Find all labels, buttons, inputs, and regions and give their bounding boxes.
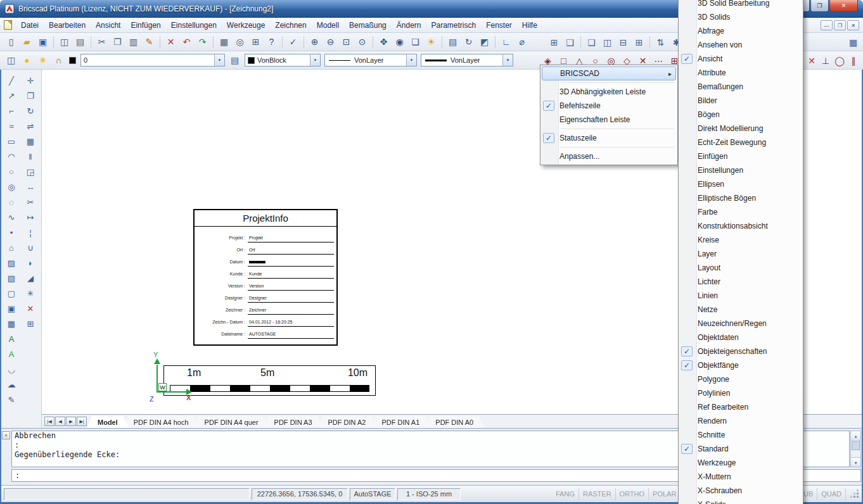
submenu-item[interactable]: 3D Solids (680, 10, 802, 24)
freehand-icon[interactable]: ≈ (4, 119, 19, 133)
submenu-item[interactable]: Linien (680, 289, 802, 303)
copy-icon[interactable]: ❐ (23, 89, 38, 103)
named-views-icon[interactable]: ❏ (407, 35, 423, 49)
distance-icon[interactable]: ⌀ (514, 35, 530, 49)
layer-select[interactable]: 0 (80, 54, 225, 66)
erase-icon[interactable]: ✕ (23, 301, 38, 315)
boundary-icon[interactable]: ▢ (4, 286, 19, 300)
color-select[interactable]: VonBlock (245, 54, 321, 66)
menu-item[interactable]: Einfügen (125, 19, 165, 32)
maximize-button[interactable]: ❐ (810, 0, 829, 12)
sketch-icon[interactable]: ✎ (4, 393, 19, 406)
submenu-item[interactable]: Direkt Modellierung (680, 122, 802, 135)
menu-item[interactable]: Modell (312, 19, 344, 32)
offset-icon[interactable]: ‖ (23, 149, 38, 163)
menu-item[interactable]: Zeichnen (270, 19, 311, 32)
paste-icon[interactable]: ▥ (125, 35, 141, 49)
context-menu-item[interactable]: Befehlszeile (542, 99, 676, 113)
submenu-item[interactable]: Polylinien (680, 386, 802, 400)
status-toggle[interactable]: QUAD (817, 488, 846, 500)
arc-3point-icon[interactable]: ◡ (4, 362, 19, 376)
submenu-item[interactable]: Objekteigenschaften (680, 344, 802, 358)
submenu-item[interactable]: Bilder (680, 94, 802, 108)
submenu-item[interactable]: Layout (680, 261, 802, 275)
join-icon[interactable]: ∪ (23, 241, 38, 255)
viewports-icon[interactable]: ⊞ (546, 35, 562, 49)
explode-icon[interactable]: ✳ (23, 286, 38, 300)
context-menu-item[interactable]: 3D Abhängigkeiten Leiste (542, 85, 676, 99)
layer-lock-icon[interactable]: ∩ (51, 53, 67, 68)
zoom-window-icon[interactable]: ⊡ (338, 35, 354, 49)
layout-tab[interactable]: PDF DIN A2 (317, 416, 377, 428)
context-menu-item[interactable]: Anpassen... (542, 149, 676, 163)
layout-tab[interactable]: PDF DIN A0 (425, 416, 484, 428)
submenu-item[interactable]: Werkzeuge (680, 456, 802, 470)
submenu-item[interactable]: Polygone (680, 372, 802, 386)
submenu-item[interactable]: Bögen (680, 108, 802, 122)
stretch-icon[interactable]: ↔ (23, 180, 38, 194)
submenu-item[interactable]: Rendern (680, 414, 802, 428)
explore-layers-icon[interactable]: ◫ (3, 53, 19, 68)
snap-perpendicular-icon[interactable]: ⊥ (819, 53, 833, 68)
submenu-item[interactable]: Layer (680, 247, 802, 261)
layer-manager-icon[interactable]: ▤ (227, 53, 243, 68)
submenu-item[interactable]: Ellipsen (680, 177, 802, 191)
trim-icon[interactable]: ✂ (23, 195, 38, 209)
layout-tab[interactable]: PDF DIN A4 quer (194, 416, 269, 428)
mdi-restore-button[interactable]: ❐ (834, 20, 846, 30)
dropdown-arrow-icon[interactable] (502, 54, 513, 66)
arc-icon[interactable]: ◠ (4, 149, 19, 163)
undo-icon[interactable]: ↶ (179, 35, 195, 49)
submenu-item[interactable]: X-Muttern (680, 470, 802, 484)
layout-tab[interactable]: Model (87, 416, 129, 428)
text-icon[interactable]: A (4, 332, 19, 346)
submenu-item[interactable]: Ansicht (680, 52, 802, 66)
menu-item[interactable]: Datei (16, 19, 44, 32)
ucs-icon[interactable]: ∟ (498, 35, 514, 49)
coordinates-display[interactable]: 22726.3656, 17536.5345, 0 (252, 488, 348, 500)
rectangle-icon[interactable]: ▭ (4, 134, 19, 148)
command-scrollbar[interactable]: ▲ ▼ (850, 431, 861, 467)
resize-grip[interactable] (850, 489, 859, 498)
revision-cloud-icon[interactable]: ☁ (4, 377, 19, 391)
mtext-icon[interactable]: A (4, 347, 19, 361)
submenu-item[interactable]: 3D Solid Bearbeitung (680, 0, 802, 10)
scroll-down-icon[interactable]: ▼ (851, 457, 860, 467)
fillet-icon[interactable]: ◗ (23, 256, 38, 270)
realtime-view-icon[interactable]: ◉ (392, 35, 407, 49)
dropdown-arrow-icon[interactable] (310, 54, 320, 66)
submenu-item[interactable]: X-Schrauben (680, 484, 802, 498)
mdi-minimize-button[interactable]: — (821, 20, 833, 30)
rotate-icon[interactable]: ↻ (23, 104, 38, 118)
circle-icon[interactable]: ○ (4, 165, 19, 179)
new-file-icon[interactable]: ▯ (3, 35, 19, 49)
layer-freeze-icon[interactable]: ✳ (35, 53, 51, 68)
menu-item[interactable]: Parametrisch (426, 19, 481, 32)
layer-on-icon[interactable]: ● (19, 53, 35, 68)
delete-icon[interactable]: ✕ (163, 35, 179, 49)
status-toggle[interactable]: RASTER (579, 488, 616, 500)
chamfer-icon[interactable]: ◢ (23, 271, 38, 285)
status-toggle[interactable]: POLAR (649, 488, 681, 500)
viewport-four-icon[interactable]: ⊞ (631, 35, 647, 49)
menu-item[interactable]: Bearbeiten (44, 19, 91, 32)
save-icon[interactable]: ▣ (35, 35, 51, 49)
zoom-out-icon[interactable]: ⊖ (323, 35, 338, 49)
properties-toolbar-icon[interactable]: ▦ (845, 35, 861, 49)
first-tab-button[interactable]: |◀ (44, 417, 54, 426)
polyline-icon[interactable]: ⌐ (4, 104, 19, 118)
table-icon[interactable]: ▦ (4, 317, 19, 331)
status-toggle[interactable]: FANG (552, 488, 579, 500)
mirror-icon[interactable]: ⇌ (23, 119, 38, 133)
submenu-item[interactable]: Konstruktionsabsicht (680, 219, 802, 233)
pan-icon[interactable]: ✥ (376, 35, 392, 49)
properties-icon[interactable]: ⊞ (23, 317, 38, 331)
cut-icon[interactable]: ✂ (94, 35, 110, 49)
submenu-item[interactable]: Ansehen von (680, 38, 802, 52)
named-viewports-icon[interactable]: ❑ (562, 35, 578, 49)
format-painter-icon[interactable]: ✎ (141, 35, 157, 49)
menu-item[interactable]: Hilfe (517, 19, 542, 32)
close-button[interactable]: ✕ (829, 0, 858, 12)
menu-item[interactable]: Bemaßung (344, 19, 392, 32)
ellipse-icon[interactable]: ◌ (4, 195, 19, 209)
